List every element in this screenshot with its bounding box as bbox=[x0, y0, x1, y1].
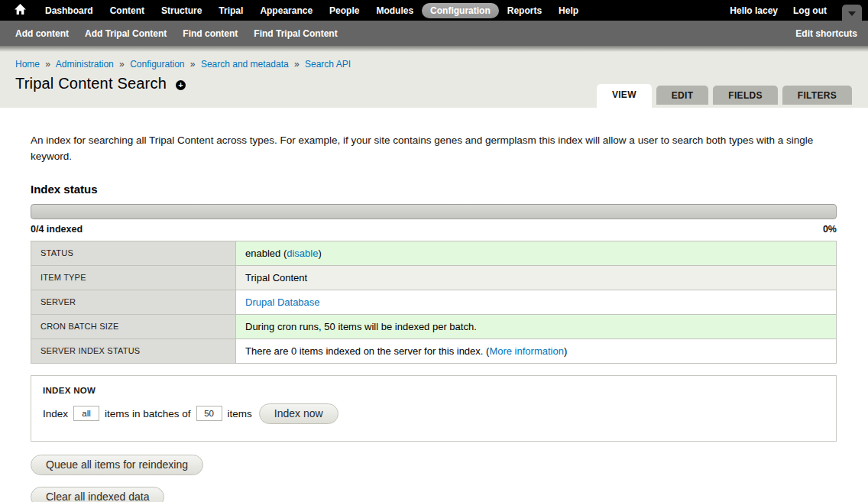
table-row-server: SERVER Drupal Database bbox=[31, 290, 837, 314]
value-text: enabled ( bbox=[245, 248, 287, 259]
shortcut-find-content[interactable]: Find content bbox=[183, 28, 238, 39]
toolbar-item-people[interactable]: People bbox=[321, 3, 368, 18]
breadcrumb-separator: » bbox=[294, 59, 300, 70]
row-label: STATUS bbox=[31, 241, 236, 265]
tab-filters[interactable]: FILTERS bbox=[782, 86, 852, 105]
indexed-percent-label: 0% bbox=[823, 224, 837, 235]
contextual-add-icon[interactable]: + bbox=[176, 80, 186, 90]
drupal-database-link[interactable]: Drupal Database bbox=[245, 296, 320, 308]
clear-indexed-data-button[interactable]: Clear all indexed data bbox=[31, 487, 164, 502]
toolbar-item-reports[interactable]: Reports bbox=[499, 3, 550, 18]
toolbar-item-modules[interactable]: Modules bbox=[368, 3, 422, 18]
table-row-cron-batch-size: CRON BATCH SIZE During cron runs, 50 ite… bbox=[31, 314, 837, 338]
breadcrumb-separator: » bbox=[190, 59, 196, 70]
table-row-item-type: ITEM TYPE Tripal Content bbox=[31, 265, 837, 290]
shortcut-find-tripal-content[interactable]: Find Tripal Content bbox=[254, 28, 337, 39]
items-label: items bbox=[228, 408, 252, 419]
chevron-down-icon bbox=[848, 11, 856, 16]
table-row-server-index-status: SERVER INDEX STATUS There are 0 items in… bbox=[31, 338, 837, 363]
breadcrumb-separator: » bbox=[119, 59, 125, 70]
logout-link[interactable]: Log out bbox=[785, 3, 834, 18]
toolbar-item-configuration[interactable]: Configuration bbox=[422, 3, 499, 18]
row-label: SERVER bbox=[31, 290, 236, 314]
value-text: During cron runs, 50 items will be index… bbox=[245, 321, 477, 332]
row-label: CRON BATCH SIZE bbox=[31, 314, 236, 338]
row-value: Drupal Database bbox=[236, 290, 837, 314]
tab-fields[interactable]: FIELDS bbox=[713, 86, 777, 105]
primary-tabs: VIEW EDIT FIELDS FILTERS bbox=[592, 84, 852, 108]
home-button[interactable] bbox=[9, 4, 31, 17]
index-now-legend: INDEX NOW bbox=[43, 386, 824, 395]
row-value: enabled (disable) bbox=[236, 241, 837, 265]
row-value: There are 0 items indexed on the server … bbox=[236, 338, 837, 363]
index-limit-input[interactable] bbox=[73, 406, 99, 421]
toolbar-item-dashboard[interactable]: Dashboard bbox=[37, 3, 102, 18]
row-label: ITEM TYPE bbox=[31, 265, 236, 290]
toolbar-item-structure[interactable]: Structure bbox=[153, 3, 210, 18]
more-information-link[interactable]: More information bbox=[489, 345, 564, 357]
breadcrumb: Home » Administration » Configuration » … bbox=[0, 46, 868, 70]
toolbar-toggle-button[interactable] bbox=[842, 5, 862, 21]
breadcrumb-search-and-metadata[interactable]: Search and metadata bbox=[201, 59, 289, 70]
batches-of-label: items in batches of bbox=[105, 408, 191, 419]
index-label: Index bbox=[43, 408, 68, 419]
value-text: Tripal Content bbox=[245, 272, 307, 283]
toolbar-item-appearance[interactable]: Appearance bbox=[251, 3, 321, 18]
index-now-fieldset: INDEX NOW Index items in batches of item… bbox=[31, 375, 837, 442]
breadcrumb-home[interactable]: Home bbox=[15, 59, 40, 70]
breadcrumb-search-api[interactable]: Search API bbox=[305, 59, 351, 70]
queue-reindex-button[interactable]: Queue all items for reindexing bbox=[31, 455, 203, 475]
index-now-button[interactable]: Index now bbox=[259, 403, 338, 424]
page-title: Tripal Content Search bbox=[15, 75, 167, 92]
admin-toolbar: Dashboard Content Structure Tripal Appea… bbox=[0, 0, 868, 21]
batch-size-input[interactable] bbox=[196, 406, 222, 421]
value-text: ) bbox=[318, 248, 321, 259]
toolbar-item-tripal[interactable]: Tripal bbox=[210, 3, 251, 18]
page-header: Home » Administration » Configuration » … bbox=[0, 46, 868, 108]
index-description: An index for searching all Tripal Conten… bbox=[31, 108, 837, 165]
breadcrumb-configuration[interactable]: Configuration bbox=[130, 59, 184, 70]
breadcrumb-administration[interactable]: Administration bbox=[56, 59, 114, 70]
index-status-heading: Index status bbox=[31, 183, 837, 196]
row-label: SERVER INDEX STATUS bbox=[31, 338, 236, 363]
main-content: An index for searching all Tripal Conten… bbox=[0, 108, 868, 502]
toolbar-menu: Dashboard Content Structure Tripal Appea… bbox=[37, 3, 587, 18]
index-status-table: STATUS enabled (disable) ITEM TYPE Tripa… bbox=[31, 241, 837, 364]
tab-edit[interactable]: EDIT bbox=[656, 86, 709, 105]
value-text: There are 0 items indexed on the server … bbox=[245, 345, 489, 357]
disable-link[interactable]: disable bbox=[287, 248, 318, 259]
shortcut-add-tripal-content[interactable]: Add Tripal Content bbox=[85, 28, 167, 39]
home-icon bbox=[15, 4, 26, 17]
table-row-status: STATUS enabled (disable) bbox=[31, 241, 837, 265]
shortcuts-bar: Add content Add Tripal Content Find cont… bbox=[0, 21, 868, 46]
user-greeting-link[interactable]: Hello lacey bbox=[722, 3, 785, 18]
toolbar-user-area: Hello lacey Log out bbox=[722, 0, 862, 21]
indexed-count-label: 0/4 indexed bbox=[31, 224, 83, 235]
value-text: ) bbox=[564, 345, 567, 357]
shortcut-add-content[interactable]: Add content bbox=[15, 28, 69, 39]
edit-shortcuts-link[interactable]: Edit shortcuts bbox=[795, 28, 857, 39]
tab-view[interactable]: VIEW bbox=[597, 84, 652, 108]
toolbar-item-content[interactable]: Content bbox=[102, 3, 153, 18]
index-progress-bar bbox=[31, 204, 837, 219]
toolbar-item-help[interactable]: Help bbox=[550, 3, 587, 18]
row-value: During cron runs, 50 items will be index… bbox=[236, 314, 837, 338]
row-value: Tripal Content bbox=[236, 265, 837, 290]
breadcrumb-separator: » bbox=[45, 59, 50, 70]
